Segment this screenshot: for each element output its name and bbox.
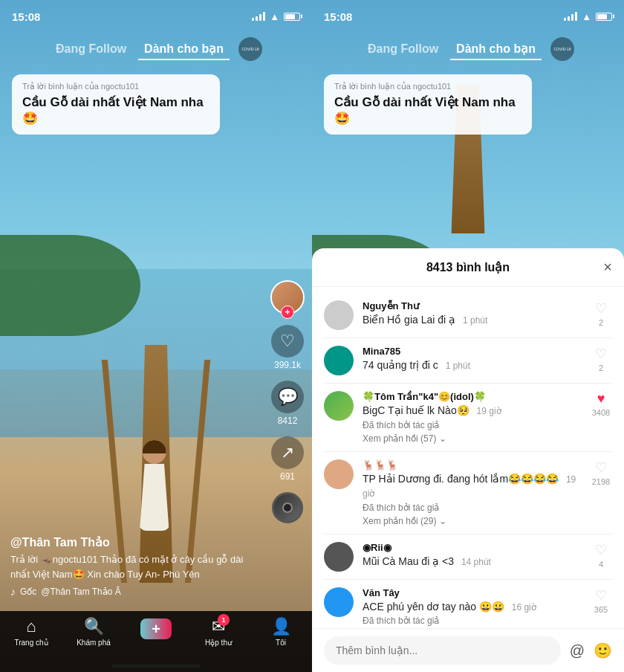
comment-body: Mina785 74 quảng trị đi c 1 phút bbox=[363, 346, 581, 373]
comment-like-button[interactable]: ♡ 2 bbox=[590, 346, 612, 372]
profile-icon: 👤 bbox=[271, 617, 291, 636]
covid-text: COVID-19 bbox=[241, 47, 259, 51]
right-time-display: 15:08 bbox=[324, 10, 352, 23]
right-sidebar: + ♡ 399.1k 💬 8412 ↗ 691 bbox=[270, 280, 305, 523]
liked-by-author-badge: Đã thích bởi tác giả bbox=[363, 420, 581, 430]
inbox-badge: 1 bbox=[218, 614, 230, 626]
comment-item: Mina785 74 quảng trị đi c 1 phút ♡ 2 bbox=[312, 338, 624, 383]
nav-inbox[interactable]: ✉ 1 Hộp thư bbox=[187, 617, 250, 647]
tab-following[interactable]: Đang Follow bbox=[50, 39, 132, 59]
comment-username: 🦌🦌🦌 bbox=[363, 459, 581, 471]
comment-icon: 💬 bbox=[271, 381, 304, 413]
nav-explore[interactable]: 🔍 Khám phá bbox=[62, 617, 125, 647]
nav-profile[interactable]: 👤 Tôi bbox=[250, 617, 312, 647]
nav-inbox-label: Hộp thư bbox=[205, 639, 232, 647]
home-icon: ⌂ bbox=[26, 617, 36, 636]
comment-like-button[interactable]: ♡ 2 bbox=[590, 300, 612, 327]
status-icons: ▲ bbox=[252, 11, 300, 22]
comment-avatar bbox=[324, 300, 354, 330]
comment-item: 🍀Tôm Trần"k4"😊(idol)🍀 BigC Tại huế lk Nà… bbox=[312, 384, 624, 451]
comments-close-button[interactable]: × bbox=[603, 259, 612, 276]
comment-avatar bbox=[324, 542, 354, 572]
share-count: 691 bbox=[280, 471, 295, 482]
nav-create[interactable]: + bbox=[125, 617, 187, 639]
right-wifi-icon: ▲ bbox=[582, 11, 591, 22]
liked-by-author-badge: Đã thích bởi tác giả bbox=[363, 616, 581, 626]
time-display: 15:08 bbox=[12, 10, 40, 23]
nav-profile-label: Tôi bbox=[276, 639, 286, 647]
comments-header: 8413 bình luận × bbox=[312, 248, 624, 287]
comment-text: Biển Hồ gia Lai đi ạ 1 phút bbox=[363, 313, 581, 328]
comment-like-button[interactable]: ♡ 2198 bbox=[590, 459, 612, 486]
comment-item: Nguyễn Thư Biển Hồ gia Lai đi ạ 1 phút ♡… bbox=[312, 293, 624, 337]
comment-button[interactable]: 💬 8412 bbox=[271, 381, 304, 426]
like-count: 399.1k bbox=[274, 360, 301, 370]
like-count: 2198 bbox=[592, 477, 610, 486]
right-reply-content: Cầu Gỗ dài nhất Việt Nam nha 🤩 bbox=[334, 94, 521, 127]
comment-like-button[interactable]: ♡ 365 bbox=[590, 587, 612, 614]
right-status-bar: 15:08 ▲ bbox=[312, 0, 624, 33]
comment-text: ACE phú yên dơ tay nào 😀😀 16 giờ bbox=[363, 600, 581, 615]
reply-label: Trả lời bình luận của ngoctu101 bbox=[22, 82, 209, 91]
comment-like-button[interactable]: ♡ 4 bbox=[590, 542, 612, 569]
comment-like-button[interactable]: ♥ 3408 bbox=[590, 391, 612, 417]
comment-text: BigC Tại huế lk Nào🥺 19 giờ bbox=[363, 404, 581, 419]
left-panel: 15:08 ▲ Đang Follow Dành cho bạn COVID-1… bbox=[0, 0, 312, 672]
author-name[interactable]: @Thân Tam Thảo bbox=[10, 535, 260, 549]
comment-body: 🦌🦌🦌 TP Hải Dương đi. đang hót lắm😂😂😂😂 19… bbox=[363, 459, 581, 526]
inbox-wrap: ✉ 1 bbox=[212, 617, 225, 636]
right-battery-icon bbox=[596, 13, 612, 21]
tab-for-you[interactable]: Dành cho bạn bbox=[138, 39, 230, 60]
comments-input-row: @ 🙂 bbox=[312, 628, 624, 672]
right-reply-bubble: Trả lời bình luận của ngoctu101 Cầu Gỗ d… bbox=[324, 74, 532, 135]
covid-badge: COVID-19 bbox=[238, 37, 262, 61]
comment-input[interactable] bbox=[324, 636, 561, 665]
heart-icon: ♡ bbox=[595, 459, 607, 476]
heart-icon: ♡ bbox=[595, 542, 607, 558]
right-tab-for-you[interactable]: Dành cho bạn bbox=[450, 39, 542, 60]
view-replies-button[interactable]: Xem phản hồi (57) ⌄ bbox=[363, 433, 581, 444]
comment-username: Nguyễn Thư bbox=[363, 300, 581, 311]
comment-text: TP Hải Dương đi. đang hót lắm😂😂😂😂 19 giờ bbox=[363, 472, 581, 501]
comment-username: ◉Rii◉ bbox=[363, 542, 581, 553]
view-replies-button[interactable]: Xem phản hồi (29) ⌄ bbox=[363, 516, 581, 526]
right-reply-label: Trả lời bình luận của ngoctu101 bbox=[334, 82, 521, 91]
heart-icon: ♡ bbox=[595, 300, 607, 317]
like-count: 2 bbox=[599, 364, 603, 372]
comment-body: Văn Tây ACE phú yên dơ tay nào 😀😀 16 giờ… bbox=[363, 587, 581, 627]
search-icon: 🔍 bbox=[84, 617, 104, 636]
like-count: 365 bbox=[594, 605, 608, 614]
emoji-button[interactable]: 🙂 bbox=[594, 642, 612, 659]
right-signal-icon bbox=[564, 12, 577, 21]
heart-icon: ♡ bbox=[595, 587, 607, 604]
comments-list: Nguyễn Thư Biển Hồ gia Lai đi ạ 1 phút ♡… bbox=[312, 287, 624, 628]
comment-text: 74 quảng trị đi c 1 phút bbox=[363, 358, 581, 373]
comments-panel: 8413 bình luận × Nguyễn Thư Biển Hồ gia … bbox=[312, 248, 624, 672]
comment-body: Nguyễn Thư Biển Hồ gia Lai đi ạ 1 phút bbox=[363, 300, 581, 328]
mention-button[interactable]: @ bbox=[570, 642, 585, 659]
comment-count: 8412 bbox=[278, 416, 298, 426]
right-covid-text: COVID-19 bbox=[553, 47, 571, 51]
like-count: 3408 bbox=[592, 408, 610, 417]
bottom-navigation: ⌂ Trang chủ 🔍 Khám phá + ✉ 1 Hộp thư 👤 T… bbox=[0, 611, 312, 672]
status-bar: 15:08 ▲ bbox=[0, 0, 312, 33]
comment-avatar bbox=[324, 459, 354, 489]
comment-item: 🦌🦌🦌 TP Hải Dương đi. đang hót lắm😂😂😂😂 19… bbox=[312, 452, 624, 534]
music-label: Gốc bbox=[20, 587, 36, 597]
heart-icon: ♡ bbox=[595, 346, 607, 362]
reply-content: Cầu Gỗ dài nhất Việt Nam nha 🤩 bbox=[22, 94, 209, 127]
right-status-icons: ▲ bbox=[564, 11, 612, 22]
top-navigation: Đang Follow Dành cho bạn COVID-19 bbox=[0, 33, 312, 65]
share-button[interactable]: ↗ 691 bbox=[271, 436, 304, 482]
heart-icon: ♡ bbox=[271, 325, 304, 358]
reply-bubble: Trả lời bình luận của ngoctu101 Cầu Gỗ d… bbox=[12, 74, 220, 135]
nav-home[interactable]: ⌂ Trang chủ bbox=[0, 617, 62, 647]
right-panel: 15:08 ▲ Đang Follow Dành cho bạn COVID-1… bbox=[312, 0, 624, 672]
comments-title: 8413 bình luận bbox=[426, 260, 510, 274]
create-plus-icon: + bbox=[140, 618, 172, 639]
comment-body: 🍀Tôm Trần"k4"😊(idol)🍀 BigC Tại huế lk Nà… bbox=[363, 391, 581, 444]
creator-avatar-wrap[interactable]: + bbox=[270, 280, 305, 314]
like-button[interactable]: ♡ 399.1k bbox=[271, 325, 304, 370]
right-tab-following[interactable]: Đang Follow bbox=[362, 39, 444, 59]
music-disc[interactable] bbox=[272, 492, 303, 523]
